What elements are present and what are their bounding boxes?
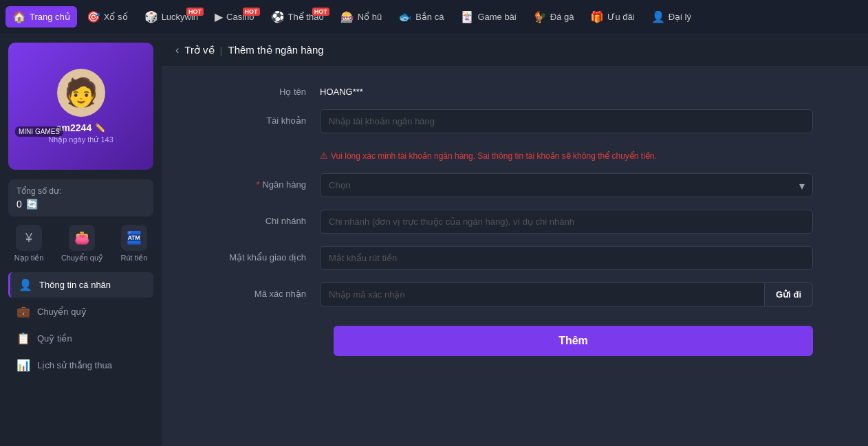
nav-item-game-bai[interactable]: 🃏 Game bài	[453, 6, 523, 27]
chuyen-quy-button[interactable]: 👛 Chuyển quỹ	[61, 225, 103, 263]
home-icon: 🏠	[12, 10, 26, 23]
sidebar-item-quy-tien[interactable]: 📋 Quỹ tiền	[8, 326, 153, 351]
ma-xac-nhan-input[interactable]	[320, 282, 765, 306]
balance-label: Tổng số dư:	[17, 186, 145, 196]
sidebar-item-lich-su-thang-thua[interactable]: 📊 Lịch sử thắng thua	[8, 353, 153, 378]
hot-badge-luckywin: HOT	[186, 8, 204, 16]
user-icon: 👤	[19, 278, 32, 291]
back-arrow-icon[interactable]: ‹	[175, 44, 179, 56]
error-text: Vui lòng xác minh tài khoản ngân hàng. S…	[331, 151, 657, 161]
chuyen-quy-label: Chuyển quỹ	[61, 254, 103, 263]
tai-khoan-input[interactable]	[320, 109, 813, 133]
transfer-icon: 💼	[17, 305, 30, 318]
label-mat-khau: Mật khẩu giao dịch	[217, 246, 306, 263]
tai-khoan-input-row: Tài khoản	[217, 109, 813, 133]
rut-tien-button[interactable]: 🏧 Rút tiền	[120, 225, 147, 263]
label-ho-ten: Họ tên	[217, 80, 306, 97]
submit-button[interactable]: Thêm	[334, 326, 813, 356]
nav-item-uu-dai[interactable]: 🎁 Ưu đãi	[583, 6, 641, 27]
balance-amount: 0	[17, 199, 22, 210]
form-row-ma-xac-nhan: Mã xác nhận Gửi đi	[217, 282, 813, 306]
refresh-balance-icon[interactable]: 🔄	[26, 199, 38, 210]
nav-label-trang-chu: Trang chủ	[30, 12, 70, 22]
value-ho-ten: HOANG***	[320, 80, 363, 97]
sidebar-item-chuyen-quy[interactable]: 💼 Chuyển quỹ	[8, 299, 153, 324]
form-submit-row: Thêm	[217, 319, 813, 356]
main-layout: 🧑 MINI GAMES am2244 ✏️ Nhập ngày thứ 143…	[0, 34, 868, 446]
sidebar: 🧑 MINI GAMES am2244 ✏️ Nhập ngày thứ 143…	[0, 34, 162, 446]
action-buttons: ¥ Nạp tiền 👛 Chuyển quỹ 🏧 Rút tiền	[8, 225, 153, 263]
label-ngan-hang: Ngân hàng	[217, 173, 306, 190]
username-row: am2244 ✏️	[56, 122, 105, 133]
sidebar-item-thong-tin-ca-nhan[interactable]: 👤 Thông tin cá nhân	[8, 272, 153, 298]
mini-games-badge: MINI GAMES	[15, 126, 63, 137]
sidebar-label-chuyen-quy: Chuyển quỹ	[37, 306, 87, 317]
cards-icon: 🃏	[460, 10, 474, 23]
rut-tien-label: Rút tiền	[120, 254, 147, 263]
label-ma-xac-nhan: Mã xác nhận	[217, 282, 306, 299]
fish-icon: 🐟	[398, 10, 412, 23]
profile-card: 🧑 MINI GAMES am2244 ✏️ Nhập ngày thứ 143	[8, 43, 153, 170]
nav-item-dai-ly[interactable]: 👤 Đại lý	[644, 6, 698, 27]
back-label: Trở về	[184, 44, 214, 56]
nav-item-xo-so[interactable]: 🎯 Xổ số	[80, 6, 135, 27]
hot-badge-the-thao: HOT	[312, 8, 329, 16]
slots-icon: 🎰	[340, 10, 354, 23]
nav-label-uu-dai: Ưu đãi	[607, 12, 634, 22]
nav-item-no-hu[interactable]: 🎰 Nổ hũ	[334, 6, 389, 27]
balance-value: 0 🔄	[17, 199, 145, 210]
nav-label-dai-ly: Đại lý	[669, 12, 691, 22]
lottery-icon: 🎯	[87, 10, 100, 23]
rut-tien-icon: 🏧	[121, 225, 147, 251]
separator: |	[220, 45, 223, 56]
nap-tien-label: Nạp tiền	[14, 254, 44, 263]
gift-icon: 🎁	[590, 10, 604, 23]
form-area: Họ tên HOANG*** Tài khoản ⚠ Vui lòng xác…	[162, 67, 868, 370]
form-row-mat-khau: Mật khẩu giao dịch	[217, 246, 813, 270]
chi-nhanh-input[interactable]	[320, 210, 813, 234]
rooster-icon: 🐓	[533, 10, 547, 23]
nav-label-da-ga: Đá gà	[550, 12, 574, 22]
content-header: ‹ Trở về | Thêm thẻ ngân hàng	[162, 34, 868, 67]
nap-tien-button[interactable]: ¥ Nạp tiền	[14, 225, 44, 263]
nav-label-game-bai: Game bài	[477, 12, 516, 22]
casino-icon: ▶	[215, 10, 223, 23]
sidebar-label-quy-tien: Quỹ tiền	[37, 333, 72, 344]
label-chi-nhanh: Chi nhánh	[217, 210, 306, 226]
agent-icon: 👤	[651, 10, 665, 23]
tai-khoan-error: ⚠ Vui lòng xác minh tài khoản ngân hàng.…	[320, 150, 657, 161]
edit-username-icon[interactable]: ✏️	[95, 123, 105, 133]
nav-item-casino[interactable]: ▶ Casino HOT	[208, 6, 261, 27]
page-title: Thêm thẻ ngân hàng	[228, 44, 324, 56]
nav-item-the-thao[interactable]: ⚽ Thể thao HOT	[264, 6, 331, 27]
lucky-icon: 🎲	[144, 10, 158, 23]
avatar: 🧑	[57, 69, 105, 117]
nav-label-xo-so: Xổ số	[104, 12, 128, 22]
top-navigation: 🏠 Trang chủ 🎯 Xổ số 🎲 Luckywin HOT ▶ Cas…	[0, 0, 868, 34]
nav-label-ban-ca: Bắn cá	[415, 12, 444, 22]
mat-khau-input[interactable]	[320, 246, 813, 270]
error-icon: ⚠	[320, 150, 328, 161]
submit-wrap: Thêm	[334, 319, 813, 356]
send-verification-button[interactable]: Gửi đi	[765, 282, 813, 306]
content-area: ‹ Trở về | Thêm thẻ ngân hàng Họ tên HOA…	[162, 34, 868, 446]
nav-item-ban-ca[interactable]: 🐟 Bắn cá	[391, 6, 451, 27]
ngan-hang-select-wrap: Chọn ▾	[320, 173, 813, 197]
ngan-hang-select[interactable]: Chọn	[320, 173, 813, 197]
form-row-ho-ten: Họ tên HOANG***	[217, 80, 813, 97]
form-row-tai-khoan: Tài khoản ⚠ Vui lòng xác minh tài khoản …	[217, 109, 813, 161]
nav-item-luckywin[interactable]: 🎲 Luckywin HOT	[138, 6, 205, 27]
chuyen-quy-icon: 👛	[69, 225, 95, 251]
sidebar-label-thong-tin-ca-nhan: Thông tin cá nhân	[39, 280, 111, 290]
nav-label-no-hu: Nổ hũ	[358, 12, 382, 22]
balance-section: Tổng số dư: 0 🔄	[8, 179, 153, 216]
mini-games-label: MINI GAMES	[19, 128, 60, 135]
sports-icon: ⚽	[271, 10, 285, 23]
hot-badge-casino: HOT	[243, 8, 260, 16]
form-row-chi-nhanh: Chi nhánh	[217, 210, 813, 234]
nap-tien-icon: ¥	[16, 225, 42, 251]
nav-item-trang-chu[interactable]: 🏠 Trang chủ	[6, 6, 77, 27]
nav-item-da-ga[interactable]: 🐓 Đá gà	[526, 6, 581, 27]
label-tai-khoan: Tài khoản	[217, 109, 306, 133]
sidebar-menu: 👤 Thông tin cá nhân 💼 Chuyển quỹ 📋 Quỹ t…	[8, 272, 153, 378]
